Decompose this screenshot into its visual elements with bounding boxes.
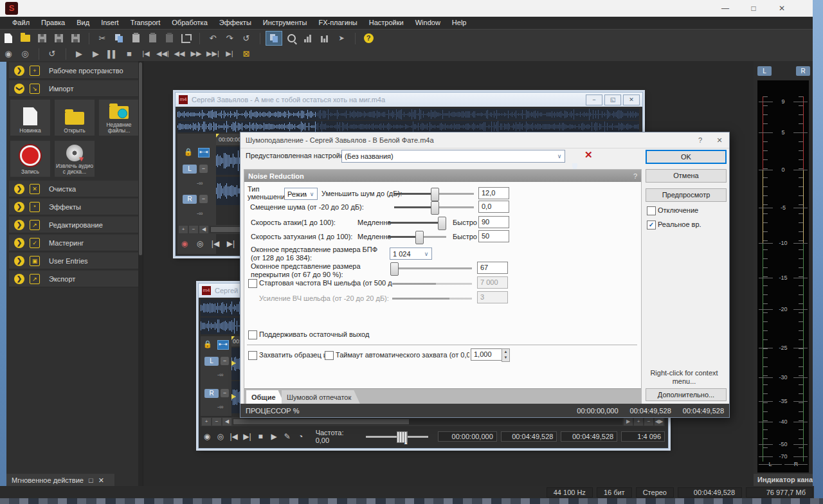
- tab-general[interactable]: Общие: [246, 390, 285, 404]
- tile-open[interactable]: Открыть: [55, 100, 95, 136]
- spin-down-icon[interactable]: ▼: [502, 355, 509, 361]
- capture-timeout-checkbox[interactable]: [325, 351, 334, 360]
- maximize-button[interactable]: □: [739, 0, 768, 17]
- instant-action-tab[interactable]: Мгновенное действие □ ✕: [6, 474, 114, 487]
- release-speed-value[interactable]: 50: [478, 230, 509, 242]
- menu-fx-plugins[interactable]: FX-плагины: [312, 17, 363, 29]
- frequency-slider[interactable]: ▲: [366, 436, 428, 438]
- scroll-left-button[interactable]: ◀: [222, 418, 231, 426]
- menu-view[interactable]: Вид: [71, 17, 95, 29]
- overview-waveform-right[interactable]: [177, 121, 639, 132]
- dialog-titlebar[interactable]: Шумоподавление - Сергей Завьялов - В Бел…: [240, 132, 729, 148]
- select-tool-icon[interactable]: [317, 32, 332, 45]
- go-to-end-icon[interactable]: ▶|: [224, 239, 238, 248]
- sidebar-item-cleanup[interactable]: ❯ ✕ Очистка: [9, 181, 140, 197]
- collapse-right-button[interactable]: −: [221, 389, 229, 397]
- menu-window[interactable]: Window: [410, 17, 446, 29]
- scroll-right-button[interactable]: ▶: [624, 418, 633, 426]
- collapse-left-button[interactable]: −: [199, 165, 208, 173]
- zoom-out-2-button[interactable]: −: [644, 418, 653, 426]
- paste-special-icon[interactable]: [145, 32, 160, 45]
- preview-button[interactable]: Предпросмотр: [646, 188, 727, 202]
- undo-icon[interactable]: ↶: [205, 32, 221, 45]
- fft-size-combobox[interactable]: 1 024∨: [390, 248, 432, 260]
- zoom-in-2-button[interactable]: +: [634, 418, 643, 426]
- collapse-right-button[interactable]: −: [199, 195, 208, 203]
- reduce-noise-value[interactable]: 12,0: [478, 187, 509, 199]
- yellow-flag-marker[interactable]: [231, 394, 236, 399]
- pencil-tool-icon[interactable]: ✎: [281, 432, 294, 441]
- reduction-type-combobox[interactable]: Режим С∨: [284, 188, 318, 200]
- trim-crop-icon[interactable]: [178, 32, 194, 45]
- scroll-left-button[interactable]: ◀: [199, 226, 208, 233]
- lock-icon[interactable]: 🔒: [203, 340, 212, 348]
- dialog-close-icon[interactable]: ✕: [710, 136, 729, 145]
- right-channel-button[interactable]: R: [204, 389, 219, 398]
- noise-bias-slider[interactable]: [394, 206, 474, 208]
- redo-icon[interactable]: ↷: [222, 32, 237, 45]
- stop-icon[interactable]: ■: [254, 432, 267, 441]
- save-as-icon[interactable]: [51, 32, 66, 45]
- pause-icon[interactable]: ▌▌: [105, 47, 120, 60]
- go-to-start-icon[interactable]: |◀: [138, 47, 154, 60]
- go-to-end-icon[interactable]: ▶|: [222, 47, 237, 60]
- zoom-out-button[interactable]: −: [212, 418, 221, 426]
- bypass-checkbox[interactable]: [647, 206, 656, 215]
- tile-extract-audio[interactable]: Извлечь аудио с диска...: [55, 141, 95, 177]
- rewind-icon[interactable]: ◀◀: [172, 47, 187, 60]
- stop-icon[interactable]: ■: [122, 47, 137, 60]
- record-icon[interactable]: ◉: [201, 432, 213, 441]
- zoom-in-button[interactable]: +: [202, 418, 211, 426]
- statistics-icon[interactable]: [300, 32, 316, 45]
- menu-process[interactable]: Обработка: [166, 17, 213, 29]
- mix-paste-icon[interactable]: [161, 32, 177, 45]
- new-file-icon[interactable]: [1, 32, 16, 45]
- collapse-left-button[interactable]: −: [221, 357, 229, 365]
- close-button[interactable]: ✕: [623, 94, 640, 105]
- overview-waveform-left[interactable]: [177, 109, 639, 120]
- magnify-icon[interactable]: [284, 32, 299, 45]
- loop-playback-icon[interactable]: ↺: [44, 47, 60, 60]
- scrollbar-track[interactable]: [233, 419, 622, 425]
- marker-tool-icon[interactable]: ⇤⇥: [217, 340, 229, 350]
- play-icon[interactable]: ▶: [88, 47, 104, 60]
- panel-help-icon[interactable]: ?: [633, 172, 637, 180]
- meter-left-button[interactable]: L: [757, 66, 772, 76]
- menu-file[interactable]: Файл: [6, 17, 35, 29]
- menu-options[interactable]: Настройки: [363, 17, 410, 29]
- go-to-start-icon[interactable]: |◀: [228, 432, 240, 441]
- zoom-selection-icon[interactable]: [266, 31, 282, 46]
- yellow-flag-marker[interactable]: [231, 361, 236, 366]
- dialog-help-icon[interactable]: ?: [691, 136, 710, 145]
- more-button[interactable]: Дополнительно...: [646, 388, 727, 401]
- record-arm-icon[interactable]: ◎: [193, 239, 207, 248]
- menu-help[interactable]: Help: [446, 17, 473, 29]
- playhead-marker[interactable]: [231, 336, 235, 340]
- sidebar-item-user-entries[interactable]: ❯ ▣ User Entries: [9, 253, 140, 269]
- menu-effects[interactable]: Эффекты: [213, 17, 257, 29]
- residual-output-checkbox[interactable]: [248, 330, 257, 339]
- marker-tool-icon[interactable]: ⇤⇥: [198, 148, 210, 158]
- shelf-start-checkbox[interactable]: [248, 279, 257, 288]
- right-channel-button[interactable]: R: [183, 195, 197, 204]
- realtime-checkbox[interactable]: ✓: [647, 221, 656, 230]
- zoom-in-button[interactable]: +: [179, 226, 188, 233]
- paste-icon[interactable]: [128, 32, 143, 45]
- menu-transport[interactable]: Transport: [125, 17, 167, 29]
- record-arm-icon[interactable]: ◎: [214, 432, 227, 441]
- record-icon[interactable]: ◉: [177, 239, 192, 248]
- capture-timeout-value[interactable]: 1,000: [471, 348, 503, 361]
- cancel-button[interactable]: Отмена: [646, 169, 727, 183]
- record-arm-icon[interactable]: ◎: [17, 47, 33, 60]
- close-button[interactable]: ✕: [768, 0, 796, 17]
- menu-tools[interactable]: Инструменты: [257, 17, 313, 29]
- timeout-spinner[interactable]: ▲ ▼: [502, 348, 510, 362]
- sidebar-item-effects[interactable]: ❯ * Эффекты: [9, 199, 140, 215]
- forward-icon[interactable]: ▶▶: [188, 47, 204, 60]
- sidebar-item-export[interactable]: ❯ ↗ Экспорт: [9, 271, 140, 287]
- attack-speed-value[interactable]: 90: [478, 216, 509, 228]
- play-all-icon[interactable]: ▶: [71, 47, 87, 60]
- reduce-noise-slider[interactable]: [394, 193, 474, 195]
- tile-record[interactable]: Запись: [10, 141, 50, 177]
- left-channel-button[interactable]: L: [183, 165, 197, 174]
